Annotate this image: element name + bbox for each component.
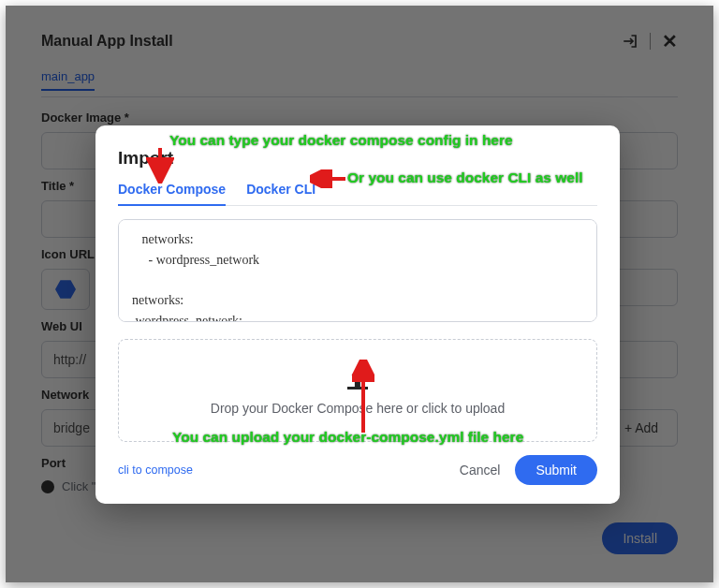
upload-icon: ⬆ <box>347 365 368 394</box>
cancel-button[interactable]: Cancel <box>445 455 516 485</box>
compose-drop-zone[interactable]: ⬆ Drop your Docker Compose here or click… <box>118 339 597 442</box>
submit-button[interactable]: Submit <box>515 455 597 485</box>
drop-zone-text: Drop your Docker Compose here or click t… <box>211 401 505 416</box>
import-tabs: Docker Compose Docker CLI <box>118 182 597 206</box>
import-dialog: Import Docker Compose Docker CLI ⬆ Drop … <box>95 125 620 504</box>
tab-docker-compose[interactable]: Docker Compose <box>118 182 226 206</box>
import-title: Import <box>118 148 597 169</box>
tab-docker-cli[interactable]: Docker CLI <box>246 182 315 205</box>
compose-textarea[interactable] <box>118 219 597 322</box>
cli-to-compose-link[interactable]: cli to compose <box>118 463 193 477</box>
upload-icon-underline <box>347 387 368 390</box>
